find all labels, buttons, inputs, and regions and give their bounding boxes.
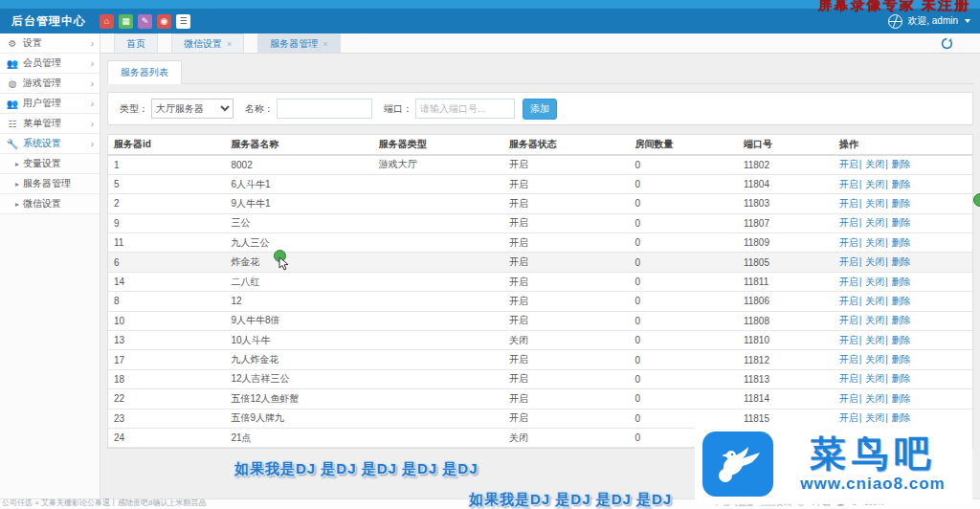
op-link-删除[interactable]: 删除: [892, 256, 911, 267]
op-link-关闭[interactable]: 关闭: [865, 198, 884, 209]
home-icon-button[interactable]: ⌂: [100, 14, 114, 29]
op-separator: |: [859, 373, 864, 384]
cell-operations: 开启| 关闭| 删除: [834, 233, 972, 253]
marker-icon-button[interactable]: ◉: [157, 14, 171, 29]
cell-operations: 开启| 关闭| 删除: [834, 253, 972, 272]
op-link-开启[interactable]: 开启: [839, 393, 858, 404]
gears-icon: ⚙: [6, 38, 19, 49]
server-list-tab[interactable]: 服务器列表: [107, 60, 182, 84]
op-separator: |: [885, 179, 890, 189]
sidebar-subitem-微信设置[interactable]: ▸微信设置: [0, 194, 100, 214]
op-link-关闭[interactable]: 关闭: [865, 335, 884, 345]
panel-tab-divider: [107, 83, 973, 84]
op-separator: |: [859, 335, 864, 345]
close-icon[interactable]: ×: [323, 39, 327, 49]
op-link-开启[interactable]: 开启: [839, 296, 858, 306]
op-link-开启[interactable]: 开启: [839, 412, 858, 423]
sidebar-subitem-变量设置[interactable]: ▸变量设置: [0, 154, 100, 174]
sidebar-item-游戏管理[interactable]: ◍游戏管理›: [0, 74, 100, 94]
op-link-开启[interactable]: 开启: [839, 256, 858, 267]
cell-port: 11814: [738, 389, 834, 409]
pencil-icon-button[interactable]: ✎: [138, 14, 152, 29]
op-link-开启[interactable]: 开启: [839, 277, 858, 287]
tab-微信设置[interactable]: 微信设置×: [171, 33, 244, 53]
wrench-icon: 🔧: [6, 139, 19, 149]
op-link-开启[interactable]: 开启: [839, 159, 858, 169]
op-link-删除[interactable]: 删除: [892, 277, 911, 287]
op-link-删除[interactable]: 删除: [892, 237, 911, 248]
grid-icon-button[interactable]: ▦: [119, 14, 133, 29]
sidebar-item-系统设置[interactable]: 🔧系统设置›: [0, 134, 100, 154]
op-link-删除[interactable]: 删除: [892, 315, 911, 325]
cell-rooms: 0: [629, 350, 737, 369]
op-link-关闭[interactable]: 关闭: [865, 237, 884, 248]
op-link-关闭[interactable]: 关闭: [865, 256, 884, 267]
bottom-left-tiny-text: 公司任选 × 艾暴关栅影论公暴退丨感陆贵吧8确认上米翻芸品: [2, 498, 207, 508]
cell-status: 关闭: [503, 331, 630, 350]
op-separator: |: [885, 335, 890, 345]
op-link-删除[interactable]: 删除: [892, 412, 911, 423]
port-input[interactable]: [415, 99, 515, 119]
sidebar-item-设置[interactable]: ⚙设置›: [0, 33, 100, 54]
menu-icon-button[interactable]: ☰: [176, 14, 190, 29]
sidebar-item-会员管理[interactable]: 👥会员管理›: [0, 54, 100, 74]
sidebar-subitem-服务器管理[interactable]: ▸服务器管理: [0, 174, 100, 194]
cell-operations: 开启| 关闭| 删除: [834, 311, 972, 330]
op-link-关闭[interactable]: 关闭: [865, 277, 884, 287]
cell-status: 开启: [503, 233, 630, 253]
op-separator: |: [859, 217, 864, 228]
column-header: 端口号: [738, 135, 834, 155]
op-link-关闭[interactable]: 关闭: [865, 373, 884, 384]
op-link-开启[interactable]: 开启: [839, 373, 858, 384]
sidebar-item-菜单管理[interactable]: ☷菜单管理›: [0, 114, 100, 134]
sidebar-item-label: 游戏管理: [23, 77, 61, 90]
cell-type: [373, 409, 503, 428]
op-link-开启[interactable]: 开启: [839, 354, 858, 365]
tab-label: 微信设置: [184, 37, 222, 51]
op-link-删除[interactable]: 删除: [892, 179, 911, 189]
op-link-删除[interactable]: 删除: [892, 393, 911, 404]
op-link-开启[interactable]: 开启: [839, 237, 858, 248]
op-link-关闭[interactable]: 关闭: [865, 179, 884, 189]
sidebar-subitem-label: 服务器管理: [23, 177, 71, 190]
cell-rooms: 0: [629, 155, 737, 174]
tab-服务器管理[interactable]: 服务器管理×: [257, 33, 340, 53]
cell-operations: 开启| 关闭| 删除: [834, 331, 972, 350]
op-link-开启[interactable]: 开启: [839, 315, 858, 325]
op-link-开启[interactable]: 开启: [839, 217, 858, 228]
chevron-right-icon: ›: [91, 119, 94, 129]
cell-port: 11805: [738, 253, 834, 272]
add-button[interactable]: 添加: [523, 99, 557, 120]
op-link-开启[interactable]: 开启: [839, 179, 858, 189]
op-link-删除[interactable]: 删除: [892, 217, 911, 228]
name-input[interactable]: [277, 99, 372, 119]
port-label: 端口：: [384, 102, 412, 116]
column-header: 操作: [834, 135, 972, 155]
cell-id: 5: [108, 174, 226, 193]
tab-首页[interactable]: 首页: [114, 33, 158, 53]
op-link-开启[interactable]: 开启: [839, 198, 858, 209]
op-link-关闭[interactable]: 关闭: [865, 412, 884, 423]
cell-id: 24: [108, 428, 226, 447]
op-separator: |: [885, 296, 890, 306]
close-icon[interactable]: ×: [227, 39, 232, 49]
op-link-关闭[interactable]: 关闭: [865, 393, 884, 404]
op-link-关闭[interactable]: 关闭: [865, 354, 884, 365]
op-link-关闭[interactable]: 关闭: [865, 217, 884, 228]
op-link-开启[interactable]: 开启: [839, 335, 858, 345]
op-link-删除[interactable]: 删除: [892, 296, 911, 306]
op-link-删除[interactable]: 删除: [892, 335, 911, 345]
op-link-删除[interactable]: 删除: [892, 373, 911, 384]
welcome-admin[interactable]: 欢迎, admin: [907, 14, 958, 28]
cell-name: 二八红: [226, 272, 373, 291]
sidebar-item-用户管理[interactable]: 👥用户管理›: [0, 94, 100, 114]
server-type-select[interactable]: 大厅服务器: [151, 99, 234, 119]
op-link-关闭[interactable]: 关闭: [865, 315, 884, 325]
op-link-关闭[interactable]: 关闭: [865, 296, 884, 306]
op-link-删除[interactable]: 删除: [892, 198, 911, 209]
op-link-删除[interactable]: 删除: [892, 159, 911, 169]
refresh-icon[interactable]: [941, 37, 953, 50]
op-link-关闭[interactable]: 关闭: [865, 159, 884, 169]
op-link-删除[interactable]: 删除: [892, 354, 911, 365]
sidebar-item-label: 菜单管理: [23, 117, 61, 130]
